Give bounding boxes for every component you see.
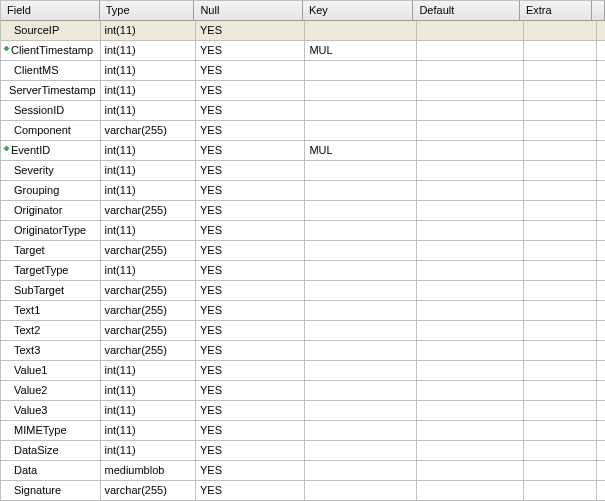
- cell-field: Grouping: [1, 181, 101, 201]
- cell-field: Component: [1, 121, 101, 141]
- table-row[interactable]: Value2int(11)YES: [1, 381, 605, 401]
- field-name: Severity: [14, 164, 54, 176]
- cell-field: SubTarget: [1, 281, 101, 301]
- cell-extra: [524, 21, 597, 41]
- cell-field: Value3: [1, 401, 101, 421]
- cell-default: [417, 261, 524, 281]
- cell-key: [305, 261, 416, 281]
- svg-marker-1: [4, 146, 9, 151]
- cell-tail: [597, 301, 605, 321]
- field-name: EventID: [11, 144, 50, 156]
- col-header-null[interactable]: Null: [194, 1, 303, 21]
- cell-type: varchar(255): [101, 281, 197, 301]
- cell-key: [305, 281, 416, 301]
- table-row[interactable]: TargetTypeint(11)YES: [1, 261, 605, 281]
- cell-tail: [597, 401, 605, 421]
- table-row[interactable]: Value1int(11)YES: [1, 361, 605, 381]
- cell-tail: [597, 41, 605, 61]
- cell-key: [305, 181, 416, 201]
- cell-key: [305, 441, 416, 461]
- cell-null: YES: [196, 461, 305, 481]
- index-marker-icon: [2, 44, 11, 53]
- cell-extra: [524, 321, 597, 341]
- table-row[interactable]: Signaturevarchar(255)YES: [1, 481, 605, 501]
- field-name: Value1: [14, 364, 47, 376]
- table-row[interactable]: OriginatorTypeint(11)YES: [1, 221, 605, 241]
- table-row[interactable]: DataSizeint(11)YES: [1, 441, 605, 461]
- cell-extra: [524, 281, 597, 301]
- field-name: Text1: [14, 304, 40, 316]
- cell-type: int(11): [101, 381, 197, 401]
- table-row[interactable]: ClientMSint(11)YES: [1, 61, 605, 81]
- table-row[interactable]: ServerTimestampint(11)YES: [1, 81, 605, 101]
- cell-key: [305, 321, 416, 341]
- table-row[interactable]: SourceIPint(11)YES: [1, 21, 605, 41]
- table-row[interactable]: ClientTimestampint(11)YESMUL: [1, 41, 605, 61]
- cell-extra: [524, 261, 597, 281]
- table-row[interactable]: Text2varchar(255)YES: [1, 321, 605, 341]
- table-row[interactable]: EventIDint(11)YESMUL: [1, 141, 605, 161]
- cell-tail: [597, 261, 605, 281]
- cell-field: ClientTimestamp: [1, 41, 101, 61]
- field-name: OriginatorType: [14, 224, 86, 236]
- table-row[interactable]: MIMETypeint(11)YES: [1, 421, 605, 441]
- cell-tail: [597, 201, 605, 221]
- table-row[interactable]: Text3varchar(255)YES: [1, 341, 605, 361]
- col-header-extra[interactable]: Extra: [520, 1, 592, 21]
- table-row[interactable]: Groupingint(11)YES: [1, 181, 605, 201]
- cell-tail: [597, 361, 605, 381]
- table-row[interactable]: Componentvarchar(255)YES: [1, 121, 605, 141]
- cell-field: Data: [1, 461, 101, 481]
- cell-default: [417, 81, 524, 101]
- cell-field: SourceIP: [1, 21, 101, 41]
- col-header-type[interactable]: Type: [100, 1, 195, 21]
- cell-field: Text1: [1, 301, 101, 321]
- cell-type: int(11): [101, 421, 197, 441]
- cell-tail: [597, 101, 605, 121]
- cell-null: YES: [196, 441, 305, 461]
- field-name: Signature: [14, 484, 61, 496]
- cell-type: int(11): [101, 361, 197, 381]
- cell-extra: [524, 181, 597, 201]
- table-row[interactable]: Originatorvarchar(255)YES: [1, 201, 605, 221]
- cell-null: YES: [196, 421, 305, 441]
- field-name: Value3: [14, 404, 47, 416]
- cell-default: [417, 21, 524, 41]
- cell-null: YES: [196, 121, 305, 141]
- table-row[interactable]: Value3int(11)YES: [1, 401, 605, 421]
- table-header-row: Field Type Null Key Default Extra: [1, 1, 605, 21]
- cell-default: [417, 361, 524, 381]
- col-header-tail: [592, 1, 605, 21]
- cell-null: YES: [196, 261, 305, 281]
- cell-field: DataSize: [1, 441, 101, 461]
- cell-null: YES: [196, 221, 305, 241]
- cell-tail: [597, 141, 605, 161]
- cell-null: YES: [196, 381, 305, 401]
- cell-null: YES: [196, 61, 305, 81]
- cell-null: YES: [196, 321, 305, 341]
- cell-null: YES: [196, 141, 305, 161]
- cell-null: YES: [196, 21, 305, 41]
- cell-extra: [524, 401, 597, 421]
- schema-table: Field Type Null Key Default Extra Source…: [0, 0, 605, 501]
- table-row[interactable]: SessionIDint(11)YES: [1, 101, 605, 121]
- field-name: SessionID: [14, 104, 64, 116]
- col-header-field[interactable]: Field: [1, 1, 100, 21]
- cell-null: YES: [196, 401, 305, 421]
- table-row[interactable]: SubTargetvarchar(255)YES: [1, 281, 605, 301]
- col-header-default[interactable]: Default: [413, 1, 520, 21]
- table-row[interactable]: Text1varchar(255)YES: [1, 301, 605, 321]
- cell-extra: [524, 461, 597, 481]
- table-row[interactable]: DatamediumblobYES: [1, 461, 605, 481]
- cell-field: Value1: [1, 361, 101, 381]
- cell-default: [417, 281, 524, 301]
- cell-default: [417, 221, 524, 241]
- cell-default: [417, 461, 524, 481]
- cell-extra: [524, 81, 597, 101]
- table-row[interactable]: Targetvarchar(255)YES: [1, 241, 605, 261]
- table-row[interactable]: Severityint(11)YES: [1, 161, 605, 181]
- cell-default: [417, 401, 524, 421]
- field-name: DataSize: [14, 444, 59, 456]
- cell-default: [417, 441, 524, 461]
- col-header-key[interactable]: Key: [303, 1, 413, 21]
